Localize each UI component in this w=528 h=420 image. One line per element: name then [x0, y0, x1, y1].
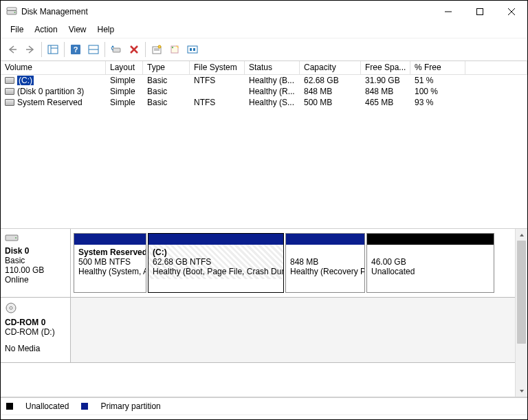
volume-row[interactable]: (C:)SimpleBasicNTFSHealthy (B...62.68 GB… — [1, 75, 527, 86]
col-volume[interactable]: Volume — [1, 61, 106, 75]
volume-free: 465 MB — [361, 97, 410, 108]
volume-pct: 93 % — [410, 97, 465, 108]
menu-view[interactable]: View — [63, 23, 92, 36]
menu-file[interactable]: File — [5, 23, 29, 36]
toolbar: ? — [1, 38, 527, 61]
volume-fs: NTFS — [190, 75, 245, 86]
disk-name: Disk 0 — [5, 246, 66, 256]
partition-status: Unallocated — [371, 267, 490, 276]
back-button[interactable] — [4, 41, 21, 58]
volume-name: (Disk 0 partition 3) — [1, 86, 106, 97]
partition[interactable]: (C:)62.68 GB NTFSHealthy (Boot, Page Fil… — [148, 233, 284, 293]
disk-size: 110.00 GB — [5, 265, 66, 275]
col-pct[interactable]: % Free — [410, 61, 465, 75]
maximize-button[interactable] — [464, 1, 496, 22]
scroll-up-icon[interactable] — [516, 229, 527, 241]
col-layout[interactable]: Layout — [106, 61, 143, 75]
volume-layout: Simple — [106, 86, 143, 97]
partition-size: 500 MB NTFS — [78, 257, 142, 267]
settings-button[interactable] — [184, 41, 201, 58]
partition-name: System Reserved — [78, 247, 142, 257]
partition-status: Healthy (Recovery P — [290, 267, 360, 276]
volume-status: Healthy (S... — [245, 97, 300, 108]
partition[interactable]: System Reserved500 MB NTFSHealthy (Syste… — [74, 233, 146, 293]
cd-icon — [5, 302, 66, 316]
svg-point-1 — [14, 12, 16, 13]
properties-button[interactable] — [148, 41, 165, 58]
svg-rect-7 — [48, 45, 58, 54]
partition-stripe — [74, 234, 146, 245]
vertical-scrollbar[interactable] — [515, 229, 527, 397]
disk-state: Online — [5, 275, 66, 285]
partition[interactable]: 46.00 GBUnallocated — [366, 233, 494, 293]
partition-stripe — [286, 234, 364, 245]
partition-stripe — [148, 234, 283, 245]
volume-status: Healthy (R... — [245, 86, 300, 97]
delete-button[interactable] — [126, 41, 142, 58]
column-header-row: Volume Layout Type File System Status Ca… — [1, 61, 527, 75]
col-type[interactable]: Type — [143, 61, 190, 75]
new-button[interactable] — [166, 41, 183, 58]
partition-name: (C:) — [153, 247, 279, 257]
close-button[interactable] — [496, 1, 527, 22]
partition-size: 62.68 GB NTFS — [153, 257, 279, 267]
volume-capacity: 500 MB — [300, 97, 361, 108]
partitions-area — [71, 298, 515, 362]
svg-rect-4 — [477, 9, 483, 15]
volume-row[interactable]: System ReservedSimpleBasicNTFSHealthy (S… — [1, 97, 527, 108]
forward-button[interactable] — [22, 41, 38, 58]
scroll-down-icon[interactable] — [516, 385, 527, 397]
refresh-button[interactable] — [108, 41, 124, 58]
svg-rect-25 — [193, 48, 195, 51]
legend-swatch-primary — [81, 403, 88, 410]
svg-rect-23 — [188, 46, 197, 53]
menu-action[interactable]: Action — [29, 23, 63, 36]
volume-layout: Simple — [106, 97, 143, 108]
svg-rect-24 — [190, 48, 192, 51]
col-free[interactable]: Free Spa... — [361, 61, 410, 75]
col-capacity[interactable]: Capacity — [300, 61, 361, 75]
legend-unallocated: Unallocated — [25, 401, 69, 411]
volume-status: Healthy (B... — [245, 75, 300, 86]
col-status[interactable]: Status — [245, 61, 300, 75]
partition-size: 46.00 GB — [371, 257, 490, 267]
volume-fs — [190, 91, 245, 92]
volume-pct: 51 % — [410, 75, 465, 86]
disk-type: Basic — [5, 256, 66, 265]
menu-help[interactable]: Help — [92, 23, 120, 36]
disk-label[interactable]: Disk 0Basic110.00 GBOnline — [1, 229, 71, 297]
col-fs[interactable]: File System — [190, 61, 245, 75]
scrollbar-thumb[interactable] — [517, 241, 526, 344]
graphical-view: Disk 0Basic110.00 GBOnlineSystem Reserve… — [1, 229, 527, 397]
disk-state: No Media — [5, 344, 66, 353]
legend-swatch-unallocated — [6, 403, 13, 410]
volume-type: Basic — [143, 86, 190, 97]
help-button[interactable]: ? — [67, 41, 84, 58]
volume-type: Basic — [143, 97, 190, 108]
show-hide-button[interactable] — [45, 41, 61, 58]
minimize-button[interactable] — [432, 1, 464, 22]
disk-row: Disk 0Basic110.00 GBOnlineSystem Reserve… — [1, 229, 515, 298]
disk-type: CD-ROM (D:) — [5, 327, 66, 337]
volume-type: Basic — [143, 75, 190, 86]
volume-pct: 100 % — [410, 86, 465, 97]
disk-row: CD-ROM 0CD-ROM (D:)No Media — [1, 298, 515, 363]
partition-status: Healthy (Boot, Page File, Crash Dum — [153, 267, 279, 276]
app-icon — [6, 6, 17, 17]
volume-row[interactable]: (Disk 0 partition 3)SimpleBasicHealthy (… — [1, 86, 527, 97]
volume-capacity: 848 MB — [300, 86, 361, 97]
col-extra[interactable] — [465, 61, 527, 75]
volume-list: Volume Layout Type File System Status Ca… — [1, 61, 527, 229]
svg-text:?: ? — [74, 45, 78, 54]
volume-name: (C:) — [1, 75, 106, 86]
partition[interactable]: 848 MBHealthy (Recovery P — [285, 233, 365, 293]
layout-button[interactable] — [85, 41, 102, 58]
partitions-area: System Reserved500 MB NTFSHealthy (Syste… — [71, 229, 515, 297]
disk-name: CD-ROM 0 — [5, 318, 66, 327]
disk-label[interactable]: CD-ROM 0CD-ROM (D:)No Media — [1, 298, 71, 362]
legend: Unallocated Primary partition — [1, 397, 527, 415]
svg-point-20 — [158, 45, 161, 48]
partition-status: Healthy (System, A — [78, 267, 142, 276]
partition-size: 848 MB — [290, 257, 360, 267]
svg-point-22 — [172, 47, 173, 48]
